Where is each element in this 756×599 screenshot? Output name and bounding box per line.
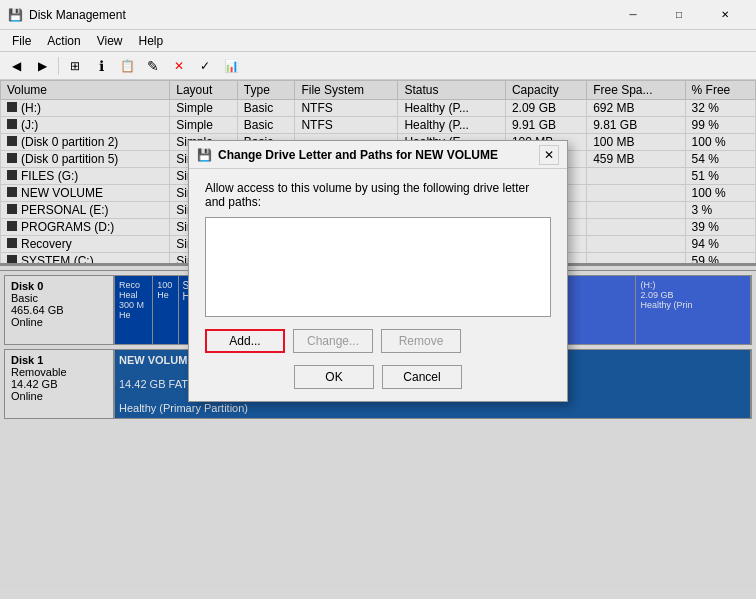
modal-overlay: 💾 Change Drive Letter and Paths for NEW … [0,80,756,599]
modal-close-button[interactable]: ✕ [539,145,559,165]
cancel-button[interactable]: Cancel [382,365,462,389]
properties-button[interactable]: 📋 [115,55,139,77]
refresh-button[interactable]: ✎ [141,55,165,77]
modal-confirm-buttons: OK Cancel [205,365,551,389]
menu-action[interactable]: Action [39,32,88,50]
modal-title-icon: 💾 [197,148,212,162]
modal-title-bar: 💾 Change Drive Letter and Paths for NEW … [189,141,567,169]
menu-help[interactable]: Help [131,32,172,50]
modal-description: Allow access to this volume by using the… [205,181,551,209]
menu-file[interactable]: File [4,32,39,50]
forward-button[interactable]: ▶ [30,55,54,77]
toolbar: ◀ ▶ ⊞ ℹ 📋 ✎ ✕ ✓ 📊 [0,52,756,80]
menu-view[interactable]: View [89,32,131,50]
chart-button[interactable]: 📊 [219,55,243,77]
ok-button[interactable]: OK [294,365,374,389]
info-button[interactable]: ℹ [89,55,113,77]
modal-title: Change Drive Letter and Paths for NEW VO… [218,148,539,162]
back-button[interactable]: ◀ [4,55,28,77]
title-bar: 💾 Disk Management ─ □ ✕ [0,0,756,30]
close-button[interactable]: ✕ [702,0,748,30]
remove-button[interactable]: Remove [381,329,461,353]
add-button[interactable]: Add... [205,329,285,353]
delete-button[interactable]: ✕ [167,55,191,77]
menu-bar: File Action View Help [0,30,756,52]
app-icon: 💾 [8,8,23,22]
modal-action-buttons: Add... Change... Remove [205,329,551,353]
minimize-button[interactable]: ─ [610,0,656,30]
check-button[interactable]: ✓ [193,55,217,77]
window-title: Disk Management [29,8,126,22]
main-content: Volume Layout Type File System Status Ca… [0,80,756,599]
separator-1 [58,57,59,75]
modal-body: Allow access to this volume by using the… [189,169,567,401]
modal-listbox[interactable] [205,217,551,317]
change-button[interactable]: Change... [293,329,373,353]
change-drive-letter-modal: 💾 Change Drive Letter and Paths for NEW … [188,140,568,402]
window-controls: ─ □ ✕ [610,0,748,30]
disk-view-button[interactable]: ⊞ [63,55,87,77]
maximize-button[interactable]: □ [656,0,702,30]
